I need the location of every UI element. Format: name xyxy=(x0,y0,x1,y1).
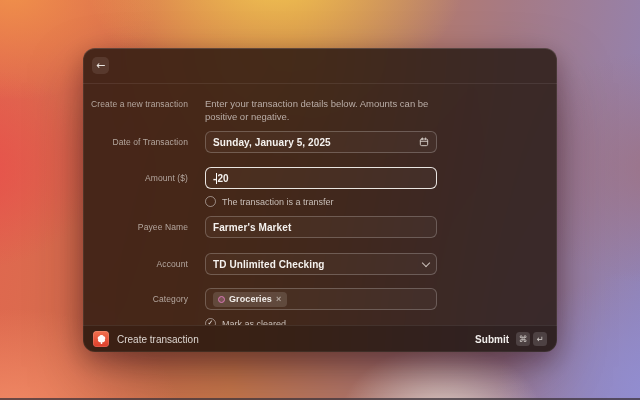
amount-value-after-caret: 20 xyxy=(217,173,228,184)
category-row: Category Groceries × xyxy=(83,288,557,310)
arrow-left-icon: ← xyxy=(96,60,105,71)
back-button[interactable]: ← xyxy=(92,57,109,74)
command-title: Create transaction xyxy=(117,334,199,345)
payee-row: Payee Name Farmer's Market xyxy=(83,216,557,238)
return-key-icon: ↵ xyxy=(533,332,547,346)
account-label: Account xyxy=(83,259,188,269)
payee-label: Payee Name xyxy=(83,222,188,232)
amount-input[interactable]: -20 xyxy=(205,167,437,189)
desktop-background: ← Create a new transaction Enter your tr… xyxy=(0,0,640,400)
payee-value: Farmer's Market xyxy=(213,222,429,233)
category-chip: Groceries × xyxy=(213,292,287,307)
shortcut-keys: ⌘ ↵ xyxy=(516,332,547,346)
calendar-icon xyxy=(419,137,429,147)
transfer-checkbox[interactable] xyxy=(205,196,216,207)
payee-input[interactable]: Farmer's Market xyxy=(205,216,437,238)
cleared-row: ✓ Mark as cleared xyxy=(83,318,557,325)
account-row: Account TD Unlimited Checking xyxy=(83,253,557,275)
category-label: Category xyxy=(83,294,188,304)
transfer-row: The transaction is a transfer xyxy=(83,196,557,207)
category-color-dot-icon xyxy=(218,296,225,303)
account-value: TD Unlimited Checking xyxy=(213,259,423,270)
date-row: Date of Transaction Sunday, January 5, 2… xyxy=(83,131,557,153)
form-body: Create a new transaction Enter your tran… xyxy=(83,84,557,325)
intro-description-line1: Enter your transaction details below. Am… xyxy=(205,98,437,111)
window-header: ← xyxy=(83,48,557,84)
intro-description: Enter your transaction details below. Am… xyxy=(205,98,437,123)
chevron-down-icon xyxy=(422,258,430,266)
category-input[interactable]: Groceries × xyxy=(205,288,437,310)
account-select[interactable]: TD Unlimited Checking xyxy=(205,253,437,275)
lunch-money-logo-icon xyxy=(93,331,109,347)
category-chip-label: Groceries xyxy=(229,294,272,304)
intro-label: Create a new transaction xyxy=(83,99,188,109)
amount-label: Amount ($) xyxy=(83,173,188,183)
date-label: Date of Transaction xyxy=(83,137,188,147)
action-bar: Create transaction Submit ⌘ ↵ xyxy=(83,325,557,352)
cleared-checkbox[interactable]: ✓ xyxy=(205,318,216,325)
intro-row: Create a new transaction Enter your tran… xyxy=(83,98,557,123)
amount-row: Amount ($) -20 xyxy=(83,167,557,189)
submit-label: Submit xyxy=(475,334,509,345)
command-key-icon: ⌘ xyxy=(516,332,530,346)
submit-button[interactable]: Submit ⌘ ↵ xyxy=(475,332,547,346)
transfer-checkbox-label[interactable]: The transaction is a transfer xyxy=(222,197,334,207)
intro-description-line2: positive or negative. xyxy=(205,111,437,124)
date-input[interactable]: Sunday, January 5, 2025 xyxy=(205,131,437,153)
date-value: Sunday, January 5, 2025 xyxy=(213,137,419,148)
raycast-window: ← Create a new transaction Enter your tr… xyxy=(83,48,557,352)
chip-remove-icon[interactable]: × xyxy=(276,295,281,304)
